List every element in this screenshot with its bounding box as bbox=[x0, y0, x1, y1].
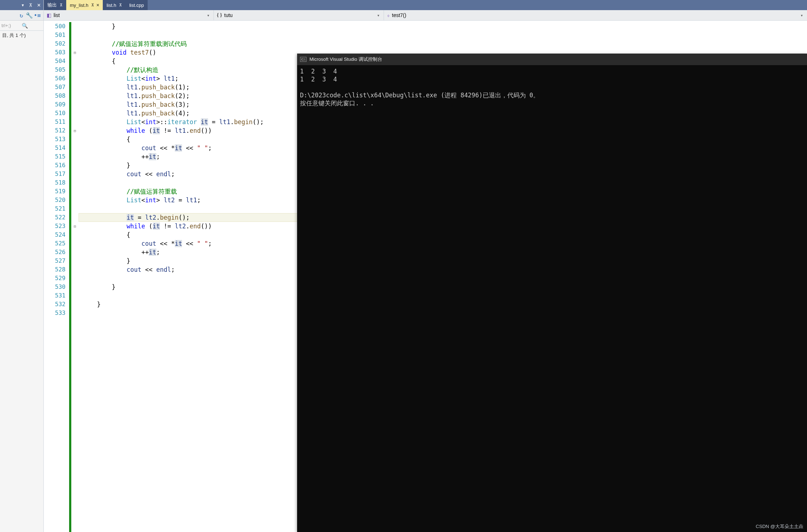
fold-toggle[interactable] bbox=[71, 31, 79, 39]
line-number: 500 bbox=[44, 22, 69, 31]
line-number: 518 bbox=[44, 178, 69, 187]
fold-toggle[interactable] bbox=[71, 239, 79, 248]
fold-toggle[interactable] bbox=[71, 161, 79, 170]
fold-toggle[interactable] bbox=[71, 265, 79, 274]
pin-icon[interactable]: ⊼ bbox=[60, 3, 63, 8]
line-number: 521 bbox=[44, 204, 69, 213]
search-icon[interactable]: 🔍 bbox=[22, 23, 42, 29]
fold-toggle[interactable] bbox=[71, 109, 79, 118]
chevron-down-icon[interactable]: ▾ bbox=[799, 13, 804, 17]
line-number: 530 bbox=[44, 283, 69, 291]
fold-toggle[interactable] bbox=[71, 118, 79, 126]
fold-toggle[interactable] bbox=[71, 213, 79, 222]
fold-toggle[interactable] bbox=[71, 300, 79, 309]
chevron-down-icon[interactable]: ▾ bbox=[206, 13, 211, 17]
fold-toggle[interactable] bbox=[71, 66, 79, 74]
fold-toggle[interactable] bbox=[71, 204, 79, 213]
line-number: 515 bbox=[44, 152, 69, 161]
line-number: 506 bbox=[44, 74, 69, 83]
nav-scope-label: list bbox=[54, 12, 60, 18]
fold-toggle[interactable] bbox=[71, 283, 79, 291]
fold-toggle[interactable] bbox=[71, 231, 79, 239]
fold-toggle[interactable] bbox=[71, 22, 79, 31]
fold-toggle[interactable] bbox=[71, 152, 79, 161]
line-number: 514 bbox=[44, 144, 69, 152]
fold-toggle[interactable] bbox=[71, 291, 79, 300]
search-placeholder: trl+;) bbox=[1, 23, 22, 28]
line-number: 517 bbox=[44, 170, 69, 178]
close-icon[interactable]: × bbox=[96, 2, 99, 8]
nav-member-label: test7() bbox=[392, 12, 406, 18]
search-box[interactable]: trl+;) 🔍 bbox=[0, 21, 43, 31]
line-number: 505 bbox=[44, 66, 69, 74]
fold-toggle[interactable] bbox=[71, 274, 79, 283]
braces-icon: { } bbox=[217, 12, 222, 18]
dropdown-icon[interactable]: ▼ bbox=[20, 2, 26, 8]
more-icon[interactable]: •≡ bbox=[33, 12, 41, 19]
fold-margin[interactable]: ⊟⊟⊟ bbox=[71, 21, 79, 532]
watermark: CSDN @大耳朵土土垚 bbox=[756, 523, 803, 530]
line-number: 526 bbox=[44, 248, 69, 257]
pin-icon[interactable]: ⊼ bbox=[91, 3, 94, 8]
chevron-down-icon[interactable]: ▾ bbox=[376, 13, 381, 17]
file-tab-bar: 输出⊼my_list.h⊼×list.h⊼list.cpp bbox=[44, 0, 807, 10]
debug-console-window[interactable]: C:\ Microsoft Visual Studio 调试控制台 1 2 3 … bbox=[297, 54, 807, 532]
wrench-icon[interactable]: 🔧 bbox=[25, 12, 33, 19]
solution-explorer-panel: ▼ ⊼ ✕ ↻ 🔧 •≡ trl+;) 🔍 目, 共 1 个) bbox=[0, 0, 43, 532]
fold-toggle[interactable] bbox=[71, 74, 79, 83]
line-number: 512 bbox=[44, 126, 69, 135]
line-number: 516 bbox=[44, 161, 69, 170]
file-tab-list-cpp[interactable]: list.cpp bbox=[126, 0, 147, 10]
file-tab-list-h[interactable]: list.h⊼ bbox=[103, 0, 126, 10]
fold-toggle[interactable] bbox=[71, 178, 79, 187]
fold-toggle[interactable] bbox=[71, 187, 79, 196]
code-line[interactable]: } bbox=[79, 22, 807, 31]
navigation-bar: ◧ list ▾ { } tutu ▾ ⬨ test7() ▾ bbox=[44, 10, 807, 21]
console-titlebar[interactable]: C:\ Microsoft Visual Studio 调试控制台 bbox=[297, 54, 807, 65]
line-number-gutter: 5005015025035045055065075085095105115125… bbox=[44, 21, 69, 532]
fold-toggle[interactable] bbox=[71, 83, 79, 92]
console-title-text: Microsoft Visual Studio 调试控制台 bbox=[309, 56, 382, 63]
fold-toggle[interactable] bbox=[71, 170, 79, 178]
nav-scope[interactable]: ◧ list ▾ bbox=[44, 10, 214, 20]
fold-toggle[interactable] bbox=[71, 248, 79, 257]
fold-toggle[interactable] bbox=[71, 144, 79, 152]
code-line[interactable]: //赋值运算符重载测试代码 bbox=[79, 39, 807, 48]
panel-header: ▼ ⊼ ✕ bbox=[0, 0, 43, 10]
fold-toggle[interactable] bbox=[71, 100, 79, 109]
line-number: 520 bbox=[44, 196, 69, 204]
nav-class-label: tutu bbox=[224, 12, 233, 18]
line-number: 501 bbox=[44, 31, 69, 39]
panel-toolbar: ↻ 🔧 •≡ bbox=[0, 10, 43, 21]
line-number: 533 bbox=[44, 309, 69, 317]
line-number: 511 bbox=[44, 118, 69, 126]
pin-icon[interactable]: ⊼ bbox=[119, 3, 122, 8]
fold-toggle[interactable] bbox=[71, 196, 79, 204]
fold-toggle[interactable] bbox=[71, 309, 79, 317]
fold-toggle[interactable]: ⊟ bbox=[71, 48, 79, 57]
line-number: 527 bbox=[44, 257, 69, 265]
solution-tree-item[interactable]: 目, 共 1 个) bbox=[0, 31, 43, 40]
fold-toggle[interactable] bbox=[71, 39, 79, 48]
code-line[interactable] bbox=[79, 31, 807, 39]
line-number: 508 bbox=[44, 92, 69, 100]
file-tab-my_list-h[interactable]: my_list.h⊼× bbox=[66, 0, 103, 10]
fold-toggle[interactable] bbox=[71, 135, 79, 144]
close-icon[interactable]: ✕ bbox=[35, 2, 42, 8]
line-number: 529 bbox=[44, 274, 69, 283]
fold-toggle[interactable] bbox=[71, 257, 79, 265]
fold-toggle[interactable]: ⊟ bbox=[71, 222, 79, 231]
nav-class[interactable]: { } tutu ▾ bbox=[214, 10, 384, 20]
line-number: 525 bbox=[44, 239, 69, 248]
sync-icon[interactable]: ↻ bbox=[17, 12, 25, 19]
nav-member[interactable]: ⬨ test7() ▾ bbox=[384, 10, 807, 20]
fold-toggle[interactable]: ⊟ bbox=[71, 126, 79, 135]
fold-toggle[interactable] bbox=[71, 57, 79, 66]
fold-toggle[interactable] bbox=[71, 92, 79, 100]
file-tab-输出[interactable]: 输出⊼ bbox=[44, 0, 66, 10]
line-number: 507 bbox=[44, 83, 69, 92]
pin-icon[interactable]: ⊼ bbox=[28, 2, 34, 8]
main-area: 输出⊼my_list.h⊼×list.h⊼list.cpp ◧ list ▾ {… bbox=[43, 0, 807, 532]
line-number: 522 bbox=[44, 213, 69, 222]
line-number: 531 bbox=[44, 291, 69, 300]
